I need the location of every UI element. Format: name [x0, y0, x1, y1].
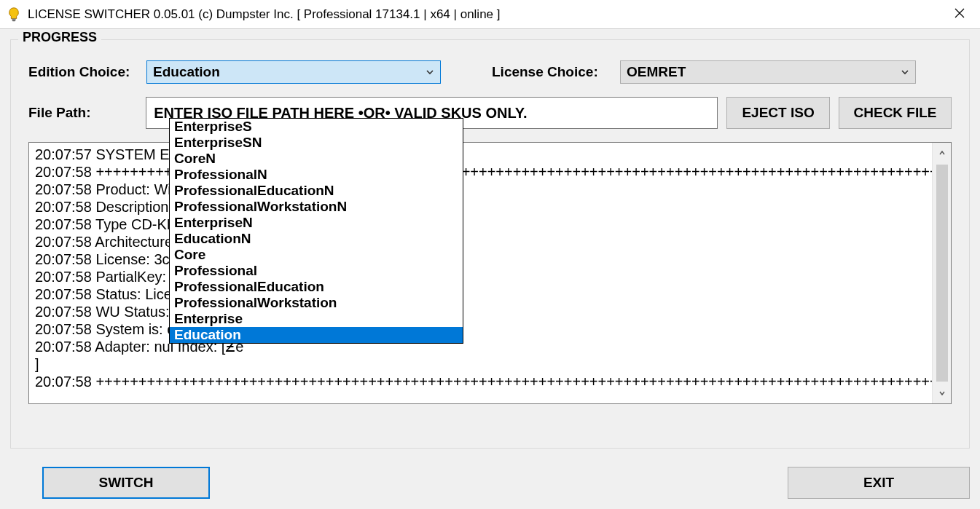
- edition-option[interactable]: ProfessionalEducationN: [170, 183, 463, 199]
- close-icon: [954, 7, 965, 22]
- bottom-bar: SWITCH EXIT: [10, 467, 970, 499]
- edition-option[interactable]: ProfessionalN: [170, 167, 463, 183]
- edition-option[interactable]: ProfessionalWorkstationN: [170, 199, 463, 215]
- log-output[interactable]: 20:07:57 SYSTEM EDITION INFORMATION 20:0…: [29, 143, 932, 403]
- lightbulb-icon: [6, 7, 22, 23]
- edition-combo[interactable]: Education: [146, 60, 441, 84]
- edition-option[interactable]: Education: [170, 327, 463, 343]
- scroll-up-button[interactable]: [933, 143, 951, 163]
- chevron-down-icon: [426, 64, 434, 80]
- chevron-down-icon: [901, 64, 909, 80]
- svg-rect-0: [12, 18, 16, 20]
- exit-button[interactable]: EXIT: [788, 467, 970, 499]
- label-license: License Choice:: [492, 64, 620, 80]
- close-button[interactable]: [944, 1, 976, 28]
- edition-dropdown-list[interactable]: EnterpriseSEnterpriseSNCoreNProfessional…: [169, 118, 463, 344]
- client-area: PROGRESS Edition Choice: Education Licen…: [0, 29, 980, 509]
- log-scrollbar[interactable]: [932, 143, 951, 403]
- edition-option[interactable]: ProfessionalWorkstation: [170, 295, 463, 311]
- edition-option[interactable]: Enterprise: [170, 311, 463, 327]
- label-filepath: File Path:: [28, 105, 106, 121]
- row-filepath: File Path: ENTER ISO FILE PATH HERE •OR•…: [28, 97, 952, 129]
- switch-button[interactable]: SWITCH: [42, 467, 210, 499]
- label-edition: Edition Choice:: [28, 64, 146, 80]
- edition-option[interactable]: Core: [170, 247, 463, 263]
- license-combo-value: OEMRET: [627, 64, 686, 80]
- svg-rect-1: [12, 20, 16, 21]
- edition-option[interactable]: EnterpriseSN: [170, 135, 463, 151]
- log-panel: 20:07:57 SYSTEM EDITION INFORMATION 20:0…: [28, 142, 952, 404]
- check-file-button[interactable]: CHECK FILE: [839, 97, 952, 129]
- scroll-down-button[interactable]: [933, 383, 951, 403]
- eject-iso-button[interactable]: EJECT ISO: [726, 97, 830, 129]
- edition-option[interactable]: CoreN: [170, 151, 463, 167]
- titlebar: LICENSE SWITCHER 0.05.01 (c) Dumpster In…: [0, 0, 980, 29]
- license-combo[interactable]: OEMRET: [620, 60, 916, 84]
- edition-option[interactable]: Professional: [170, 263, 463, 279]
- scroll-thumb[interactable]: [936, 165, 948, 382]
- group-title: PROGRESS: [18, 30, 101, 45]
- edition-combo-value: Education: [153, 64, 220, 80]
- edition-option[interactable]: EnterpriseS: [170, 119, 463, 135]
- edition-option[interactable]: EnterpriseN: [170, 215, 463, 231]
- edition-option[interactable]: EducationN: [170, 231, 463, 247]
- window-title: LICENSE SWITCHER 0.05.01 (c) Dumpster In…: [28, 7, 944, 22]
- row-combos: Edition Choice: Education License Choice…: [28, 60, 952, 84]
- progress-group: PROGRESS Edition Choice: Education Licen…: [10, 39, 970, 449]
- edition-option[interactable]: ProfessionalEducation: [170, 279, 463, 295]
